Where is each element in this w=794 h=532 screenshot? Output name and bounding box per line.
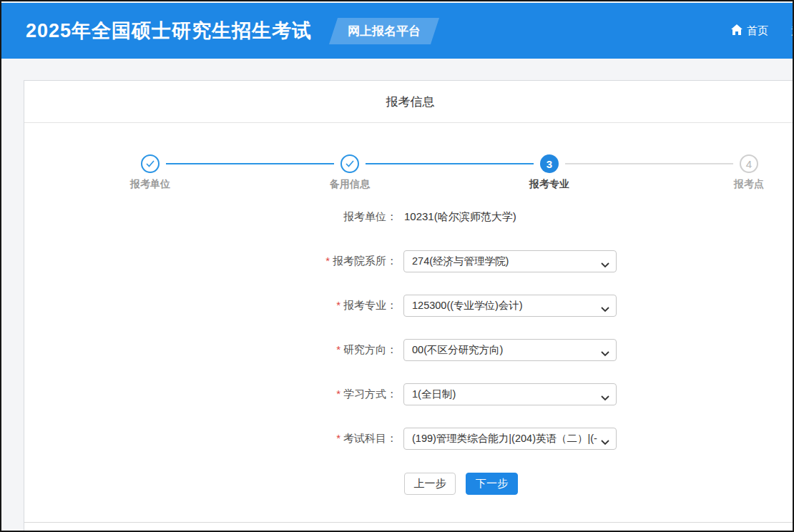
- check-icon: [146, 157, 155, 170]
- exam-subjects-label-text: 考试科目：: [343, 432, 397, 444]
- step-2-label: 备用信息: [330, 178, 370, 191]
- exam-subjects-label: *考试科目：: [24, 432, 397, 445]
- research-direction-select[interactable]: 00(不区分研究方向): [403, 339, 617, 361]
- home-icon: [731, 24, 742, 37]
- next-step-button[interactable]: 下一步: [466, 473, 518, 495]
- research-direction-label-text: 研究方向：: [343, 343, 397, 355]
- nav-home-label: 首页: [747, 24, 768, 38]
- check-icon: [345, 157, 354, 170]
- chevron-down-icon: [601, 303, 609, 315]
- required-marker: *: [336, 432, 340, 444]
- page-title: 报考信息: [24, 81, 794, 123]
- required-marker: *: [325, 255, 330, 267]
- form-row-department: *报考院系所： 274(经济与管理学院): [24, 239, 794, 283]
- site-title: 2025年全国硕士研究生招生考试: [26, 18, 312, 44]
- form-row-unit: 报考单位： 10231(哈尔滨师范大学): [24, 194, 794, 239]
- research-direction-select-value: 00(不区分研究方向): [412, 343, 503, 357]
- study-mode-select-value: 1(全日制): [412, 388, 456, 401]
- step-3-circle: 3: [540, 154, 559, 173]
- step-1-circle: [141, 154, 160, 173]
- chevron-down-icon: [601, 348, 609, 359]
- research-direction-label: *研究方向：: [24, 343, 397, 357]
- step-2-backup-info: 备用信息: [300, 154, 400, 191]
- nav-item-home[interactable]: 首页: [731, 24, 768, 38]
- required-marker: *: [336, 343, 340, 355]
- step-2-circle: [340, 154, 359, 173]
- platform-badge-label: 网上报名平台: [348, 23, 421, 39]
- step-4-circle: 4: [740, 154, 758, 173]
- step-4-exam-site: 4 报考点: [699, 154, 794, 191]
- step-3-label: 报考专业: [529, 178, 569, 191]
- chevron-down-icon: [601, 436, 609, 448]
- previous-step-button[interactable]: 上一步: [404, 473, 456, 495]
- major-label-text: 报考专业：: [343, 299, 397, 311]
- header-nav: 首页: [731, 24, 768, 38]
- study-mode-select[interactable]: 1(全日制): [403, 383, 617, 405]
- required-marker: *: [336, 388, 340, 400]
- step-3-major: 3 报考专业: [499, 154, 599, 191]
- department-select[interactable]: 274(经济与管理学院): [403, 250, 617, 272]
- platform-badge: 网上报名平台: [329, 18, 439, 44]
- form-actions: 上一步 下一步: [24, 473, 794, 495]
- form-row-major: *报考专业： 125300((专业学位)会计): [24, 283, 794, 327]
- major-label: *报考专业：: [24, 299, 397, 312]
- unit-value: 10231(哈尔滨师范大学): [404, 210, 516, 224]
- chevron-down-icon: [601, 259, 609, 270]
- form-row-research-direction: *研究方向： 00(不区分研究方向): [24, 327, 794, 372]
- required-marker: *: [336, 299, 340, 311]
- major-select-value: 125300((专业学位)会计): [412, 299, 523, 312]
- form-row-exam-subjects: *考试科目： (199)管理类综合能力|(204)英语（二）|(-...: [24, 416, 794, 460]
- study-mode-label-text: 学习方式：: [343, 388, 397, 400]
- step-1-label: 报考单位: [130, 178, 170, 191]
- header: 2025年全国硕士研究生招生考试 网上报名平台 首页 退出: [1, 3, 793, 59]
- stepper: 报考单位 备用信息 3 报考专业 4 报考点: [24, 123, 794, 194]
- department-label-text: 报考院系所：: [333, 255, 397, 267]
- application-info-card: 报考信息 报考单位 备用信息: [24, 80, 794, 532]
- unit-label: 报考单位：: [24, 210, 397, 224]
- bottom-divider: [24, 522, 794, 523]
- step-4-label: 报考点: [734, 178, 764, 191]
- exam-subjects-select-value: (199)管理类综合能力|(204)英语（二）|(-...: [412, 432, 597, 445]
- chevron-down-icon: [601, 392, 609, 403]
- step-1-unit: 报考单位: [100, 154, 200, 191]
- nav-item-partial[interactable]: 退出: [791, 25, 794, 39]
- study-mode-label: *学习方式：: [24, 388, 397, 401]
- major-select[interactable]: 125300((专业学位)会计): [403, 295, 617, 317]
- department-select-value: 274(经济与管理学院): [412, 255, 509, 268]
- exam-subjects-select[interactable]: (199)管理类综合能力|(204)英语（二）|(-...: [403, 428, 617, 450]
- department-label: *报考院系所：: [24, 255, 397, 268]
- form-row-study-mode: *学习方式： 1(全日制): [24, 372, 794, 416]
- page: 2025年全国硕士研究生招生考试 网上报名平台 首页 退出 报考信息: [0, 0, 794, 532]
- application-form: 报考单位： 10231(哈尔滨师范大学) *报考院系所： 274(经济与管理学院…: [24, 194, 794, 495]
